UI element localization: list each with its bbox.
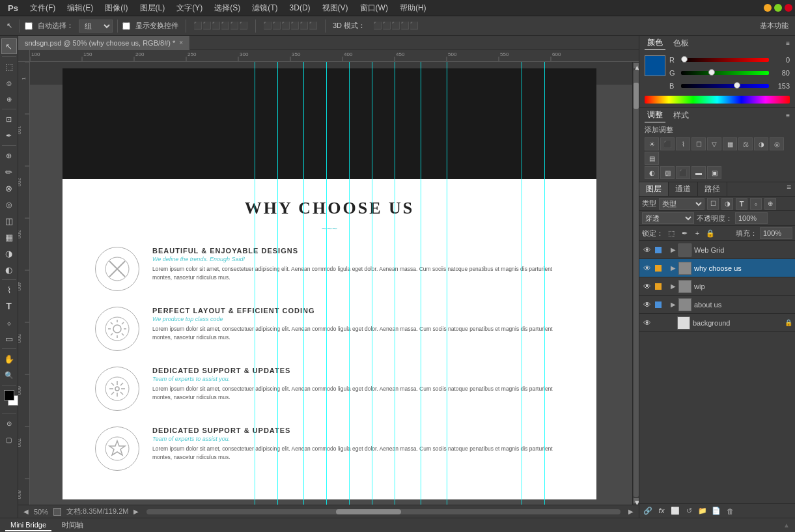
color-tab[interactable]: 颜色: [645, 36, 665, 50]
layer-item-web-grid[interactable]: 👁 ▶ Web Grid: [639, 241, 795, 259]
dodge-tool[interactable]: ◐: [1, 262, 17, 277]
layer-type-select[interactable]: 类型: [659, 198, 704, 210]
menu-3d[interactable]: 3D(D): [285, 2, 316, 14]
menu-type[interactable]: 文字(Y): [171, 1, 208, 15]
adj-bw[interactable]: ◑: [754, 137, 768, 150]
type-tool[interactable]: T: [1, 298, 17, 314]
lock-transparent-btn[interactable]: ⬚: [666, 228, 676, 238]
b-slider[interactable]: [681, 84, 769, 88]
auto-select-checkbox[interactable]: [25, 22, 33, 30]
lock-all-btn[interactable]: 🔒: [705, 228, 716, 238]
minimize-btn[interactable]: [764, 4, 772, 12]
layer-item-why-choose-us[interactable]: 👁 ▶ why choose us: [639, 259, 795, 277]
adj-panel-expand[interactable]: ≡: [786, 112, 790, 119]
basic-function-btn[interactable]: 基本功能: [757, 20, 791, 32]
shape-tool[interactable]: ▭: [1, 331, 17, 346]
brush-tool[interactable]: ✏: [1, 164, 17, 180]
quick-select-tool[interactable]: ⊕: [1, 91, 17, 107]
b-thumb[interactable]: [734, 82, 740, 89]
layer-item-wip[interactable]: 👁 ▶ wip: [639, 277, 795, 296]
menu-window[interactable]: 窗口(W): [355, 1, 393, 15]
adj-exposure[interactable]: ☐: [691, 137, 706, 150]
gradient-tool[interactable]: ▦: [1, 229, 17, 245]
lock-position-btn[interactable]: +: [692, 228, 703, 238]
channels-tab[interactable]: 通道: [669, 182, 698, 196]
layer-visibility-why-choose-us[interactable]: 👁: [642, 263, 652, 273]
opacity-input[interactable]: [735, 212, 768, 224]
paths-tab[interactable]: 路径: [698, 182, 727, 196]
menu-file[interactable]: 文件(F): [25, 1, 61, 15]
swatches-tab[interactable]: 色板: [671, 36, 691, 50]
timeline-tab[interactable]: 时间轴: [57, 519, 89, 531]
adj-vibrance[interactable]: ▽: [707, 137, 721, 150]
pen-tool[interactable]: ⌇: [1, 282, 17, 298]
zoom-tool[interactable]: 🔍: [1, 367, 17, 383]
canvas-scroll-area[interactable]: WHY CHOOSE US ~~~: [30, 62, 632, 505]
filter-pixel-btn[interactable]: ☐: [707, 198, 719, 210]
document-tab[interactable]: sndsgn.psd @ 50% (why choose us, RGB/8#)…: [18, 36, 190, 50]
menu-help[interactable]: 帮助(H): [395, 1, 432, 15]
crop-tool[interactable]: ⊡: [1, 111, 17, 127]
expand-bottom-icon[interactable]: ▲: [783, 522, 790, 529]
adj-hsl[interactable]: ▦: [723, 137, 737, 150]
delete-layer-btn[interactable]: 🗑: [724, 505, 736, 517]
path-select-tool[interactable]: ⬦: [1, 315, 17, 330]
adj-levels[interactable]: ⬛: [660, 137, 675, 150]
clone-tool[interactable]: ⊗: [1, 180, 17, 196]
menu-view[interactable]: 视图(V): [317, 1, 354, 15]
adj-tab[interactable]: 调整: [645, 108, 665, 122]
filter-text-btn[interactable]: T: [736, 198, 747, 210]
lock-pixels-btn[interactable]: ✒: [679, 228, 690, 238]
style-tab[interactable]: 样式: [671, 109, 691, 122]
maximize-btn[interactable]: [774, 4, 782, 12]
adj-photo-filter[interactable]: ◎: [770, 137, 784, 150]
menu-select[interactable]: 选择(S): [209, 1, 245, 15]
layer-visibility-wip[interactable]: 👁: [642, 281, 652, 292]
layer-arrow-why-choose-us[interactable]: ▶: [671, 264, 676, 272]
adj-selective-color[interactable]: ▣: [707, 166, 721, 179]
blur-tool[interactable]: ◑: [1, 245, 17, 261]
lasso-tool[interactable]: ⌾: [1, 75, 17, 91]
scroll-thumb[interactable]: [634, 83, 639, 109]
adj-channel-mixer[interactable]: ▤: [645, 152, 659, 165]
h-nav-right[interactable]: ▶: [628, 508, 634, 515]
add-layer-style-btn[interactable]: fx: [656, 505, 667, 517]
mini-bridge-tab[interactable]: Mini Bridge: [5, 520, 51, 531]
adj-posterize[interactable]: ▧: [660, 166, 675, 179]
g-thumb[interactable]: [708, 69, 715, 76]
h-scroll-track[interactable]: [146, 509, 621, 514]
layer-item-about-us[interactable]: 👁 ▶ about us: [639, 296, 795, 314]
filter-shape-btn[interactable]: ⬦: [750, 198, 762, 210]
move-tool[interactable]: ↖: [1, 38, 17, 54]
nav-right-arrow[interactable]: ▶: [133, 508, 139, 515]
new-layer-btn[interactable]: 📄: [710, 505, 722, 517]
close-btn[interactable]: [785, 4, 792, 12]
history-brush-tool[interactable]: ◎: [1, 197, 17, 212]
color-panel-expand[interactable]: ≡: [786, 40, 790, 47]
adj-color-balance[interactable]: ⚖: [738, 137, 753, 150]
foreground-color[interactable]: [4, 390, 14, 400]
menu-image[interactable]: 图像(I): [100, 1, 133, 15]
layer-visibility-web-grid[interactable]: 👁: [642, 245, 652, 255]
layer-item-background[interactable]: 👁 background 🔒: [639, 314, 795, 332]
filter-smart-btn[interactable]: ⊕: [764, 198, 776, 210]
marquee-tool[interactable]: ⬚: [1, 59, 17, 74]
quick-mask-mode[interactable]: ⊙: [1, 415, 17, 431]
show-transform-checkbox[interactable]: [122, 22, 130, 30]
scroll-up-btn[interactable]: ▲: [634, 63, 639, 68]
auto-select-dropdown[interactable]: 组 图层: [79, 20, 113, 33]
r-slider[interactable]: [681, 58, 769, 62]
layer-arrow-web-grid[interactable]: ▶: [671, 246, 676, 253]
heal-tool[interactable]: ⊕: [1, 148, 17, 163]
screen-mode[interactable]: ▢: [1, 432, 17, 447]
eyedropper-tool[interactable]: ✒: [1, 128, 17, 143]
layer-visibility-about-us[interactable]: 👁: [642, 300, 652, 310]
adj-curves[interactable]: ⌇: [676, 137, 690, 150]
menu-filter[interactable]: 滤镜(T): [247, 1, 283, 15]
add-mask-btn[interactable]: ⬜: [669, 505, 681, 517]
color-spectrum[interactable]: [645, 96, 790, 104]
design-document[interactable]: WHY CHOOSE US ~~~: [63, 68, 596, 499]
nav-left-arrow[interactable]: ◀: [23, 508, 29, 515]
r-thumb[interactable]: [681, 56, 688, 63]
layer-visibility-background[interactable]: 👁: [642, 318, 652, 328]
